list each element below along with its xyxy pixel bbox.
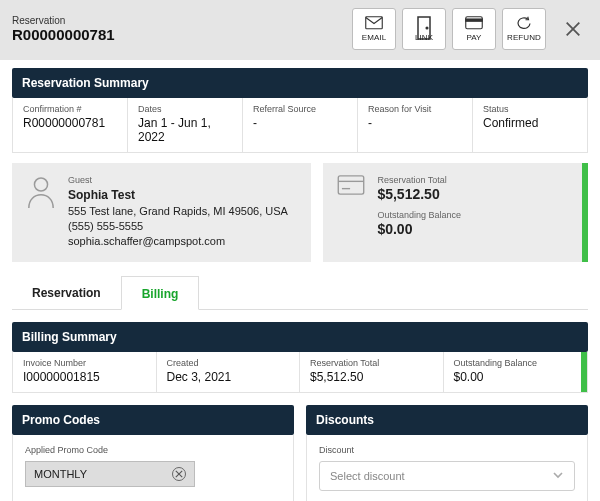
discount-select[interactable]: Select discount xyxy=(319,461,575,491)
billing-outstanding-label: Outstanding Balance xyxy=(454,358,577,368)
created-label: Created xyxy=(167,358,290,368)
billing-total-value: $5,512.50 xyxy=(310,370,433,384)
link-button[interactable]: LINK xyxy=(402,8,446,50)
created-value: Dec 3, 2021 xyxy=(167,370,290,384)
refund-button[interactable]: REFUND xyxy=(502,8,546,50)
tab-reservation[interactable]: Reservation xyxy=(12,276,121,309)
svg-point-5 xyxy=(34,178,47,191)
confirmation-value: R00000000781 xyxy=(23,116,117,130)
reservation-summary-header: Reservation Summary xyxy=(12,68,588,98)
reservation-code: R00000000781 xyxy=(12,26,115,43)
discount-placeholder: Select discount xyxy=(330,470,405,482)
refund-button-label: REFUND xyxy=(507,33,541,42)
balance-card: Reservation Total $5,512.50 Outstanding … xyxy=(323,163,588,262)
pay-button[interactable]: PAY xyxy=(452,8,496,50)
tab-billing[interactable]: Billing xyxy=(121,276,200,310)
avatar-icon xyxy=(26,175,56,250)
reason-label: Reason for Visit xyxy=(368,104,462,114)
reason-value: - xyxy=(368,116,462,130)
payment-card-icon xyxy=(337,175,365,250)
modal-header: Reservation R00000000781 EMAIL LINK PA xyxy=(0,0,600,60)
dates-label: Dates xyxy=(138,104,232,114)
refund-icon xyxy=(515,16,533,30)
guest-email: sophia.schaffer@campspot.com xyxy=(68,235,288,247)
email-button[interactable]: EMAIL xyxy=(352,8,396,50)
svg-rect-0 xyxy=(366,17,383,29)
status-value: Confirmed xyxy=(483,116,577,130)
svg-rect-4 xyxy=(466,19,483,21)
reservation-summary-row: Confirmation # R00000000781 Dates Jan 1 … xyxy=(12,98,588,153)
guest-label: Guest xyxy=(68,175,288,185)
svg-point-2 xyxy=(426,27,428,29)
guest-address: 555 Test lane, Grand Rapids, MI 49506, U… xyxy=(68,205,288,217)
header-label: Reservation xyxy=(12,15,115,26)
reservation-total-label: Reservation Total xyxy=(377,175,461,185)
guest-name: Sophia Test xyxy=(68,188,288,202)
guest-phone: (555) 555-5555 xyxy=(68,220,288,232)
billing-total-label: Reservation Total xyxy=(310,358,433,368)
invoice-label: Invoice Number xyxy=(23,358,146,368)
billing-outstanding-value: $0.00 xyxy=(454,370,577,384)
link-button-label: LINK xyxy=(415,33,433,42)
confirmation-label: Confirmation # xyxy=(23,104,117,114)
credit-card-icon xyxy=(465,16,483,30)
reservation-total-value: $5,512.50 xyxy=(377,186,461,202)
dates-value: Jan 1 - Jun 1, 2022 xyxy=(138,116,232,144)
promo-codes-header: Promo Codes xyxy=(12,405,294,435)
outstanding-label: Outstanding Balance xyxy=(377,210,461,220)
guest-card: Guest Sophia Test 555 Test lane, Grand R… xyxy=(12,163,311,262)
envelope-icon xyxy=(365,16,383,30)
applied-promo-label: Applied Promo Code xyxy=(25,445,281,455)
billing-summary-header: Billing Summary xyxy=(12,322,588,352)
status-label: Status xyxy=(483,104,577,114)
door-icon xyxy=(415,16,433,30)
invoice-value: I00000001815 xyxy=(23,370,146,384)
email-button-label: EMAIL xyxy=(362,33,387,42)
tab-bar: Reservation Billing xyxy=(12,276,588,310)
referral-label: Referral Source xyxy=(253,104,347,114)
status-stripe xyxy=(582,163,588,262)
discount-label: Discount xyxy=(319,445,575,455)
svg-rect-6 xyxy=(339,176,364,194)
remove-promo-button[interactable] xyxy=(172,467,186,481)
pay-button-label: PAY xyxy=(466,33,481,42)
promo-code-value: MONTHLY xyxy=(34,468,87,480)
close-button[interactable] xyxy=(558,14,588,44)
billing-status-stripe xyxy=(581,352,587,392)
discounts-header: Discounts xyxy=(306,405,588,435)
referral-value: - xyxy=(253,116,347,130)
billing-summary-row: Invoice Number I00000001815 Created Dec … xyxy=(12,352,588,393)
chevron-down-icon xyxy=(552,469,564,483)
outstanding-value: $0.00 xyxy=(377,221,461,237)
promo-chip: MONTHLY xyxy=(25,461,195,487)
